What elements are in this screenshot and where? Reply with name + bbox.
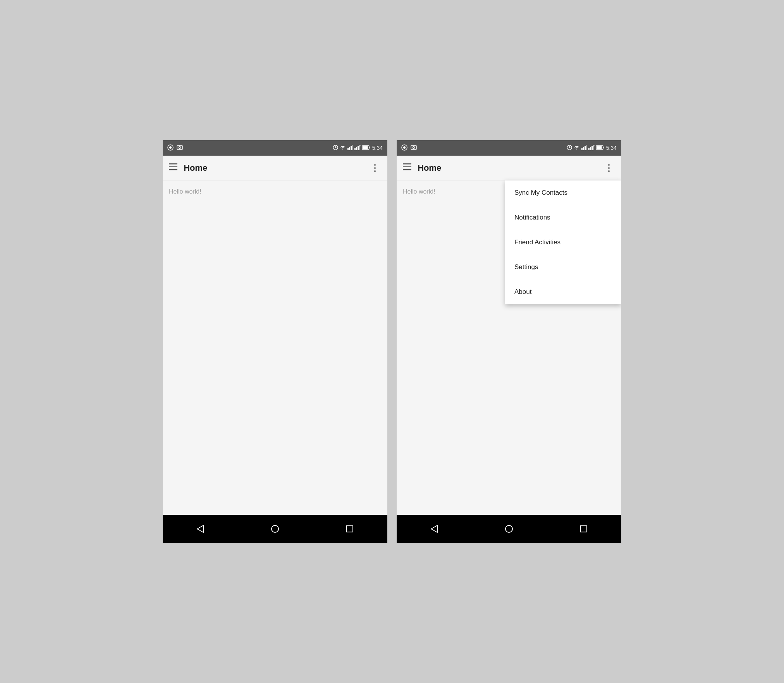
svg-point-26 <box>403 146 406 149</box>
right-wifi-icon <box>574 145 580 151</box>
left-recent-button[interactable] <box>338 520 361 537</box>
menu-item-about[interactable]: About <box>505 280 621 304</box>
right-dot-3 <box>608 170 610 172</box>
right-hamburger-button[interactable] <box>403 163 411 172</box>
menu-item-sync-contacts[interactable]: Sync My Contacts <box>505 180 621 205</box>
svg-rect-7 <box>347 148 349 150</box>
svg-rect-21 <box>169 169 177 170</box>
right-photo-icon <box>411 145 417 151</box>
svg-rect-8 <box>349 147 350 150</box>
svg-rect-27 <box>411 146 416 149</box>
svg-rect-43 <box>603 147 604 148</box>
svg-rect-11 <box>354 148 356 150</box>
left-status-bar: R 5:34 <box>163 140 387 156</box>
menu-item-notifications[interactable]: Notifications <box>505 205 621 230</box>
svg-rect-42 <box>597 146 602 149</box>
right-overflow-button[interactable] <box>603 162 615 174</box>
svg-rect-10 <box>352 145 353 150</box>
svg-rect-49 <box>581 526 587 532</box>
menu-item-friend-activities[interactable]: Friend Activities <box>505 230 621 255</box>
svg-text:R: R <box>593 145 595 148</box>
left-home-button[interactable] <box>263 520 287 537</box>
right-status-left-icons <box>401 144 417 152</box>
left-nav-bar <box>163 515 387 543</box>
svg-rect-37 <box>590 147 591 150</box>
left-hello-text: Hello world! <box>169 188 201 195</box>
right-dot-2 <box>608 167 610 169</box>
left-dot-2 <box>374 167 376 169</box>
svg-rect-34 <box>585 146 586 150</box>
right-recent-button[interactable] <box>572 520 595 537</box>
svg-point-23 <box>272 525 279 532</box>
left-overflow-button[interactable] <box>369 162 381 174</box>
left-photo-icon <box>177 145 183 151</box>
svg-rect-17 <box>363 146 368 149</box>
svg-text:R: R <box>359 145 361 148</box>
left-back-button[interactable] <box>189 520 212 537</box>
svg-point-1 <box>169 146 172 149</box>
right-alarm-icon <box>567 145 572 151</box>
right-dropdown-menu: Sync My Contacts Notifications Friend Ac… <box>505 180 621 304</box>
left-app-bar: Home <box>163 156 387 180</box>
svg-rect-44 <box>403 163 411 165</box>
svg-point-28 <box>413 146 415 148</box>
left-alarm-icon <box>333 145 338 151</box>
svg-rect-46 <box>403 169 411 170</box>
right-back-button[interactable] <box>423 520 446 537</box>
svg-rect-35 <box>586 145 587 150</box>
svg-marker-22 <box>197 525 203 532</box>
svg-rect-24 <box>347 526 353 532</box>
svg-rect-45 <box>403 166 411 168</box>
svg-point-3 <box>179 146 181 148</box>
right-status-right-icons: R 5:34 <box>567 145 617 151</box>
svg-rect-2 <box>177 146 182 149</box>
phones-container: R 5:34 <box>163 140 621 543</box>
left-wifi-icon <box>340 145 346 151</box>
left-dot-3 <box>374 170 376 172</box>
right-dot-1 <box>608 164 610 166</box>
left-status-time: 5:34 <box>372 145 383 151</box>
svg-rect-36 <box>588 148 590 150</box>
left-dot-1 <box>374 164 376 166</box>
svg-rect-18 <box>370 147 370 148</box>
right-signal-icon <box>581 145 587 151</box>
left-app-bar-title: Home <box>184 163 369 173</box>
right-nav-bar <box>397 515 621 543</box>
svg-rect-38 <box>591 146 593 150</box>
svg-point-48 <box>505 525 512 532</box>
menu-item-settings[interactable]: Settings <box>505 255 621 280</box>
left-content: Hello world! <box>163 180 387 515</box>
left-hamburger-button[interactable] <box>169 163 177 172</box>
left-status-right-icons: R 5:34 <box>333 145 383 151</box>
left-signal-r-icon: R <box>354 145 361 151</box>
right-app-icon-circle <box>401 144 407 152</box>
right-app-bar-title: Home <box>418 163 603 173</box>
svg-rect-32 <box>581 148 583 150</box>
left-app-icon-circle <box>167 144 174 152</box>
left-status-left-icons <box>167 144 183 152</box>
svg-marker-47 <box>431 525 437 532</box>
left-signal-icon <box>347 145 353 151</box>
svg-rect-12 <box>356 147 357 150</box>
right-app-bar: Home <box>397 156 621 180</box>
left-battery-icon <box>362 145 371 151</box>
right-hello-text: Hello world! <box>403 188 435 195</box>
svg-rect-20 <box>169 166 177 168</box>
right-home-button[interactable] <box>497 520 521 537</box>
svg-rect-9 <box>351 146 352 150</box>
svg-rect-19 <box>169 163 177 165</box>
right-status-time: 5:34 <box>606 145 617 151</box>
svg-rect-13 <box>358 146 359 150</box>
right-battery-icon <box>596 145 605 151</box>
right-signal-r-icon: R <box>588 145 595 151</box>
right-status-bar: R 5:34 <box>397 140 621 156</box>
left-phone: R 5:34 <box>163 140 387 543</box>
right-phone: R 5:34 <box>397 140 621 543</box>
svg-rect-33 <box>583 147 584 150</box>
